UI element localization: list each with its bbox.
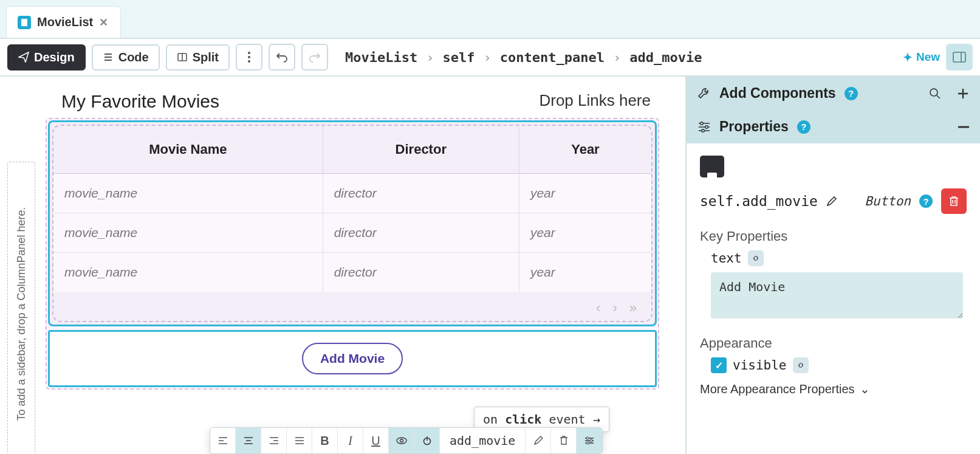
toggle-panel-button[interactable]	[946, 44, 973, 71]
cell-placeholder[interactable]: movie_name	[53, 174, 323, 213]
edit-icon[interactable]	[526, 428, 551, 453]
breadcrumb-item[interactable]: self	[443, 50, 475, 65]
svg-line-15	[937, 95, 940, 98]
visible-label: visible	[733, 358, 787, 373]
align-center-icon[interactable]	[236, 428, 261, 453]
split-button[interactable]: Split	[166, 44, 230, 71]
add-movie-row[interactable]: Add Movie	[48, 330, 657, 387]
breadcrumb-item[interactable]: content_panel	[500, 50, 605, 65]
svg-point-4	[248, 60, 250, 63]
breadcrumb-item[interactable]: MovieList	[345, 50, 417, 65]
align-left-icon[interactable]	[210, 428, 236, 453]
selected-container[interactable]: Movie Name Director Year movie_name dire…	[48, 120, 657, 326]
properties-panel: Add Components ? Properties ? self.add_m…	[685, 77, 980, 454]
svg-point-11	[586, 437, 589, 439]
svg-point-13	[587, 442, 589, 444]
pencil-icon[interactable]	[826, 196, 837, 207]
svg-point-3	[248, 56, 250, 58]
column-header[interactable]: Year	[519, 126, 651, 174]
plus-icon[interactable]	[957, 88, 969, 100]
align-justify-icon[interactable]	[287, 428, 312, 453]
add-movie-button[interactable]: Add Movie	[302, 343, 403, 374]
search-icon[interactable]	[929, 88, 941, 100]
table-row[interactable]: movie_name director year	[53, 253, 651, 292]
overflow-menu-button[interactable]	[236, 44, 262, 71]
sidebar-hint-label: To add a sidebar, drop a ColumnPanel her…	[15, 207, 28, 421]
power-icon[interactable]	[414, 428, 440, 453]
pager: ‹ › »	[53, 292, 651, 321]
table-row[interactable]: movie_name director year	[53, 174, 651, 213]
close-icon[interactable]: ✕	[99, 16, 108, 29]
properties-header[interactable]: Properties ?	[687, 110, 980, 143]
panel-icon	[953, 52, 966, 63]
trash-icon	[949, 196, 959, 207]
cell-placeholder[interactable]: movie_name	[53, 253, 323, 292]
data-grid[interactable]: Movie Name Director Year movie_name dire…	[52, 125, 653, 322]
italic-icon[interactable]: I	[338, 428, 363, 453]
cell-placeholder[interactable]: year	[519, 253, 651, 292]
svg-point-14	[930, 89, 937, 96]
pager-last-icon[interactable]: »	[629, 300, 637, 316]
links-dropzone[interactable]: Drop Links here	[539, 91, 651, 112]
column-header[interactable]: Movie Name	[53, 126, 323, 174]
cell-placeholder[interactable]: year	[519, 174, 651, 213]
key-properties-heading: Key Properties	[700, 229, 967, 244]
code-label: Code	[118, 50, 149, 64]
trash-icon[interactable]	[551, 428, 577, 453]
tab-title: MovieList	[37, 15, 93, 29]
link-icon[interactable]	[748, 250, 764, 266]
column-header[interactable]: Director	[323, 126, 519, 174]
svg-point-8	[400, 439, 403, 442]
undo-icon	[276, 52, 288, 63]
pager-next-icon[interactable]: ›	[612, 300, 617, 316]
cell-placeholder[interactable]: director	[323, 174, 519, 213]
design-button[interactable]: Design	[7, 44, 86, 71]
properties-label: Properties	[719, 119, 789, 135]
more-appearance-label: More Appearance Properties	[700, 382, 855, 396]
cell-placeholder[interactable]: year	[519, 213, 651, 253]
design-canvas[interactable]: To add a sidebar, drop a ColumnPanel her…	[0, 77, 685, 454]
code-button[interactable]: Code	[92, 44, 160, 71]
bold-icon[interactable]: B	[312, 428, 338, 453]
help-icon[interactable]: ?	[845, 87, 858, 100]
dots-vertical-icon	[248, 52, 250, 63]
list-icon	[103, 52, 114, 63]
breadcrumb-item[interactable]: add_movie	[629, 50, 702, 65]
settings-slider-icon[interactable]	[577, 428, 602, 453]
more-appearance-toggle[interactable]: More Appearance Properties ⌄	[700, 382, 967, 396]
help-icon[interactable]: ?	[797, 120, 810, 134]
delete-button[interactable]	[941, 188, 967, 214]
text-property-input[interactable]	[711, 272, 963, 318]
component-type: Button	[865, 194, 911, 208]
svg-point-12	[590, 439, 592, 442]
cell-placeholder[interactable]: director	[323, 213, 519, 253]
sliders-icon	[697, 121, 711, 133]
undo-button[interactable]	[269, 44, 295, 71]
help-icon[interactable]: ?	[919, 194, 933, 208]
file-tab[interactable]: MovieList ✕	[6, 6, 121, 38]
visible-checkbox[interactable]: ✓	[711, 357, 727, 373]
split-label: Split	[193, 50, 219, 64]
cell-placeholder[interactable]: director	[323, 253, 519, 292]
add-components-header[interactable]: Add Components ?	[687, 77, 980, 110]
link-icon[interactable]	[793, 357, 809, 373]
pager-prev-icon[interactable]: ‹	[596, 300, 600, 316]
underline-icon[interactable]: U	[363, 428, 389, 453]
tab-strip: MovieList ✕	[0, 0, 980, 38]
table-row[interactable]: movie_name director year	[53, 213, 651, 253]
visibility-icon[interactable]	[389, 428, 414, 453]
redo-button[interactable]	[301, 44, 328, 71]
chevron-down-icon: ⌄	[860, 382, 870, 396]
cell-placeholder[interactable]: movie_name	[53, 213, 323, 253]
redo-icon	[309, 52, 321, 63]
minus-icon[interactable]	[958, 126, 969, 128]
sidebar-dropzone[interactable]: To add a sidebar, drop a ColumnPanel her…	[7, 162, 35, 454]
new-button[interactable]: ✦ New	[903, 50, 940, 64]
wrench-icon	[697, 87, 711, 100]
design-label: Design	[34, 50, 75, 64]
chevron-right-icon: ›	[483, 50, 491, 65]
text-property-label: text	[711, 251, 742, 266]
component-name-label: add_movie	[440, 428, 526, 453]
align-right-icon[interactable]	[261, 428, 287, 453]
content-panel-outline: Movie Name Director Year movie_name dire…	[46, 118, 659, 390]
